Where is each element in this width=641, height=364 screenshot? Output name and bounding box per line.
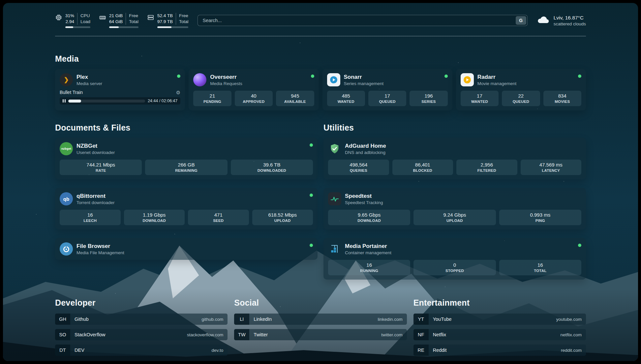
bookmark-reddit[interactable]: RE Reddit reddit.com (413, 345, 586, 356)
cpu-progress-track (65, 26, 90, 28)
stat-movies: 834 MOVIES (543, 91, 581, 106)
stat-pending: 21 PENDING (193, 91, 231, 106)
stat-approved: 40 APPROVED (235, 91, 273, 106)
weather-location: Lviv, 16.87°C (554, 15, 586, 21)
card-header: Radarr Movie management (461, 73, 581, 86)
stat-label: QUEUED (370, 100, 405, 104)
stat-value: 16 (61, 212, 119, 218)
card-header: Media Portainer Container management (328, 242, 581, 256)
service-description: Torrent downloader (76, 200, 115, 205)
media-cards: ❯ Plex Media server Bullet Train ⚙ (55, 69, 586, 110)
bookmark-github[interactable]: GH Github github.com (55, 314, 228, 325)
stat-value: 17 (462, 93, 497, 99)
service-name: Plex (76, 74, 102, 80)
cpu-label: CPU (80, 13, 90, 19)
status-dot (578, 244, 581, 247)
stat-wanted: 17 WANTED (461, 91, 499, 106)
stat-queries: 498,564 QUERIES (328, 160, 389, 175)
service-text: File Browser Media File Management (76, 243, 124, 255)
pause-icon[interactable] (63, 99, 66, 103)
stat-value: 266 GB (146, 162, 226, 167)
status-dot (311, 75, 314, 78)
memory-progress-track (109, 26, 138, 28)
card-header: nzbget NZBGet Usenet downloader (60, 142, 313, 155)
stat-leech: 16 LEECH (60, 210, 121, 225)
bookmark-name: Reddit (433, 348, 447, 353)
bookmark-youtube[interactable]: YT YouTube youtube.com (413, 314, 586, 325)
gear-icon[interactable]: ⚙ (176, 90, 180, 95)
disk-labels: Free Total (176, 13, 189, 25)
service-card-portainer[interactable]: Media Portainer Container management 16 … (323, 238, 586, 280)
stat-label: SERIES (411, 100, 446, 104)
section-title-entertainment: Entertainment (413, 298, 586, 308)
card-header: File Browser Media File Management (60, 242, 313, 256)
memory-labels: Free Total (126, 13, 138, 25)
bookmark-url: twitter.com (381, 332, 403, 337)
stat-remaining: 266 GB REMAINING (145, 160, 227, 175)
disk-widget: 52.4 TB 97.9 TB Free Total (147, 13, 189, 28)
service-card-filebrowser[interactable]: File Browser Media File Management (55, 238, 318, 260)
bookmark-twitter[interactable]: TW Twitter twitter.com (234, 329, 407, 340)
bookmark-linkedin[interactable]: LI LinkedIn linkedin.com (234, 314, 407, 325)
bookmark-name: LinkedIn (254, 317, 272, 322)
playback-time: 24:44 / 02:06:47 (148, 99, 177, 103)
stat-latency: 47.569 ms LATENCY (521, 160, 582, 175)
card-header: ❯ Plex Media server (60, 73, 180, 86)
stat-value: 485 (328, 93, 364, 99)
search-input[interactable] (198, 15, 527, 26)
disk-progress-fill (157, 26, 172, 28)
stat-label: WANTED (462, 100, 497, 104)
bookmark-url: reddit.com (561, 348, 582, 353)
service-card-nzbget[interactable]: nzbget NZBGet Usenet downloader 744.21 M… (55, 138, 318, 179)
search-provider-button[interactable]: G (516, 16, 526, 25)
stat-label: MOVIES (545, 100, 580, 104)
stat-upload: 9.24 Gbps UPLOAD (413, 210, 496, 225)
section-entertainment: Entertainment YT YouTube youtube.com NF … (413, 298, 586, 356)
disk-total-value: 97.9 TB (157, 19, 173, 25)
service-text: Overseerr Media Requests (210, 74, 242, 86)
section-social: Social LI LinkedIn linkedin.com TW Twitt… (234, 298, 407, 356)
service-card-plex[interactable]: ❯ Plex Media server Bullet Train ⚙ (55, 69, 185, 110)
service-card-adguard[interactable]: AdGuard Home DNS and adblocking 498,564 … (323, 138, 586, 179)
cpu-widget: 31% 2.94 CPU Load (55, 13, 90, 28)
memory-total-label: Total (129, 19, 138, 25)
bookmark-url: netflix.com (560, 332, 582, 337)
bookmark-dev[interactable]: DT DEV dev.to (55, 345, 228, 356)
stat-stopped: 0 STOPPED (413, 260, 496, 275)
stat-upload: 618.52 Mbps UPLOAD (252, 210, 313, 225)
card-header: Sonarr Series management (327, 73, 448, 86)
cpu-labels: CPU Load (77, 13, 90, 25)
bookmark-name: YouTube (433, 317, 452, 322)
weather-condition: scattered clouds (554, 21, 586, 26)
service-name: AdGuard Home (345, 143, 386, 149)
stat-label: QUERIES (329, 168, 388, 172)
stat-value: 40 (236, 93, 271, 99)
service-text: Sonarr Series management (344, 74, 384, 86)
stat-value: 39.6 TB (232, 162, 312, 167)
service-card-speedtest[interactable]: Speedtest Speedtest Tracking 9.65 Gbps D… (323, 188, 586, 229)
stat-value: 9.24 Gbps (415, 212, 494, 218)
stats-row: 17 WANTED 22 QUEUED 834 MOVIES (461, 91, 581, 106)
weather-text: Lviv, 16.87°C scattered clouds (554, 15, 586, 26)
now-playing-title: Bullet Train (60, 90, 83, 95)
service-card-overseerr[interactable]: Overseerr Media Requests 21 PENDING 40 A… (189, 69, 319, 110)
bookmark-abbr: RE (413, 345, 429, 356)
service-name: Speedtest (345, 193, 383, 199)
memory-widget-body: 21 GiB 64 GiB Free Total (109, 13, 138, 28)
social-bookmarks: LI LinkedIn linkedin.com TW Twitter twit… (234, 314, 407, 340)
cpu-values: 31% 2.94 (65, 13, 74, 25)
service-card-sonarr[interactable]: Sonarr Series management 485 WANTED 17 Q… (322, 69, 452, 110)
section-title-social: Social (234, 298, 407, 308)
stat-label: WANTED (328, 100, 364, 104)
playback-progress-track[interactable] (68, 100, 145, 103)
service-name: Sonarr (344, 74, 384, 80)
service-card-radarr[interactable]: Radarr Movie management 17 WANTED 22 QUE… (456, 69, 586, 110)
stat-label: LATENCY (522, 168, 580, 172)
playback-progress-fill (68, 100, 81, 103)
service-name: NZBGet (76, 143, 115, 149)
stat-label: RUNNING (329, 269, 409, 273)
bookmark-netflix[interactable]: NF Netflix netflix.com (413, 329, 586, 340)
service-card-qbittorrent[interactable]: qb qBittorrent Torrent downloader 16 LEE… (55, 188, 318, 229)
stats-row: 485 WANTED 17 QUEUED 196 SERIES (327, 91, 448, 106)
bookmark-stackoverflow[interactable]: SO StackOverflow stackoverflow.com (55, 329, 228, 340)
